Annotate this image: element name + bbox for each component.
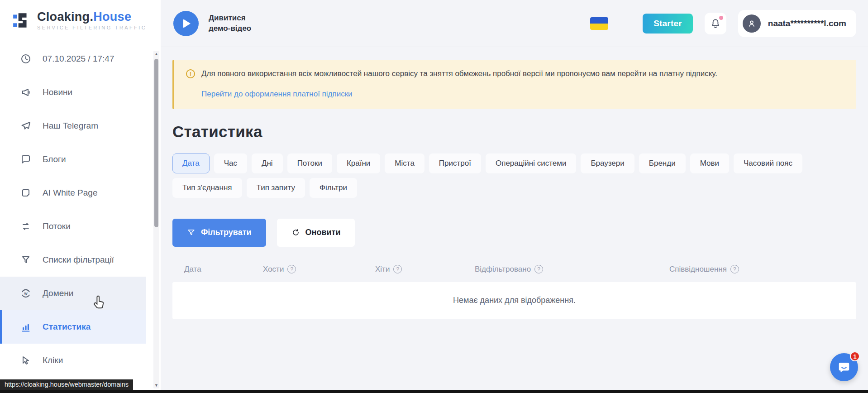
warning-icon: ! bbox=[186, 69, 195, 78]
sidebar-item-blogs[interactable]: Блоги bbox=[0, 143, 146, 176]
blog-chat-icon bbox=[20, 153, 32, 165]
user-email: naata**********l.com bbox=[768, 19, 846, 29]
sidebar-item-label: 07.10.2025 / 17:47 bbox=[43, 54, 114, 64]
help-icon[interactable]: ? bbox=[730, 265, 739, 273]
sidebar-item-label: Блоги bbox=[43, 154, 66, 164]
funnel-icon bbox=[187, 228, 196, 237]
sidebar-item-clicks[interactable]: Кліки bbox=[0, 344, 146, 377]
tab-browsers[interactable]: Браузери bbox=[581, 153, 634, 173]
page-icon bbox=[20, 187, 32, 199]
filter-tabs-row1: Дата Час Дні Потоки Країни Міста Пристро… bbox=[172, 153, 856, 173]
help-icon[interactable]: ? bbox=[287, 265, 296, 273]
column-header-hits: Хіти? bbox=[375, 265, 475, 274]
tab-streams[interactable]: Потоки bbox=[287, 153, 332, 173]
stats-table-header: Дата Хости? Хіти? Відфільтровано? Співві… bbox=[172, 265, 856, 274]
sidebar-item-filter-lists[interactable]: Списки фільтрації bbox=[0, 243, 146, 277]
refresh-button[interactable]: Оновити bbox=[277, 219, 355, 247]
user-avatar-icon bbox=[743, 14, 761, 33]
funnel-icon bbox=[20, 254, 32, 266]
tab-connection-type[interactable]: Тип з'єднання bbox=[172, 178, 242, 198]
tab-languages[interactable]: Мови bbox=[690, 153, 729, 173]
notification-dot bbox=[719, 16, 723, 20]
brand-logo[interactable]: Cloaking.House SERVICE FILTERING TRAFFIC bbox=[0, 0, 161, 30]
sidebar-item-label: AI White Page bbox=[43, 188, 97, 198]
domains-icon: w bbox=[20, 288, 32, 299]
column-header-ratio: Співвідношення? bbox=[669, 265, 739, 274]
sidebar-item-label: Наш Telegram bbox=[43, 121, 98, 131]
empty-state-card: Немає даних для відображення. bbox=[172, 282, 856, 319]
tab-brands[interactable]: Бренди bbox=[639, 153, 686, 173]
scroll-down-icon[interactable]: ▼ bbox=[153, 382, 159, 388]
sidebar-item-label: Статистика bbox=[43, 322, 91, 332]
sidebar-item-streams[interactable]: Потоки bbox=[0, 210, 146, 243]
brand-tagline: SERVICE FILTERING TRAFFIC bbox=[37, 25, 147, 30]
sidebar-item-label: Потоки bbox=[43, 221, 71, 231]
chat-unread-badge: 1 bbox=[850, 351, 860, 361]
filter-tabs-row2: Тип з'єднання Тип запиту Фільтри bbox=[172, 178, 856, 198]
megaphone-icon bbox=[20, 86, 32, 98]
bar-chart-icon bbox=[20, 321, 32, 333]
sidebar-item-statistics[interactable]: Статистика bbox=[0, 310, 146, 344]
column-header-hosts: Хости? bbox=[263, 265, 375, 274]
demo-video-label[interactable]: Дивитися демо-відео bbox=[209, 13, 251, 33]
sidebar-menu: 07.10.2025 / 17:47 Новини Наш Telegram Б… bbox=[0, 42, 161, 377]
sidebar-item-label: Кліки bbox=[43, 355, 63, 365]
window-bottom-edge bbox=[0, 390, 868, 393]
refresh-icon bbox=[291, 228, 300, 237]
page-title: Статистика bbox=[172, 123, 856, 141]
column-header-date: Дата bbox=[184, 265, 263, 274]
tab-date[interactable]: Дата bbox=[172, 153, 210, 173]
telegram-icon bbox=[20, 120, 32, 132]
sidebar-item-telegram[interactable]: Наш Telegram bbox=[0, 109, 146, 143]
sidebar-item-label: Списки фільтрації bbox=[43, 255, 114, 265]
plan-starter-button[interactable]: Starter bbox=[643, 14, 693, 34]
sidebar-scrollbar[interactable]: ▲ ▼ bbox=[153, 51, 159, 388]
column-header-filtered: Відфільтровано? bbox=[475, 265, 669, 274]
sidebar-item-ai-white-page[interactable]: AI White Page bbox=[0, 176, 146, 210]
scrollbar-thumb[interactable] bbox=[154, 59, 158, 227]
sidebar-item-datetime: 07.10.2025 / 17:47 bbox=[0, 42, 146, 76]
sidebar-item-domains[interactable]: w Домени bbox=[0, 277, 146, 310]
sidebar-item-news[interactable]: Новини bbox=[0, 76, 146, 109]
play-icon bbox=[183, 19, 191, 28]
sidebar-item-label: Новини bbox=[43, 87, 72, 97]
user-account-button[interactable]: naata**********l.com bbox=[738, 10, 856, 37]
chat-icon bbox=[837, 360, 851, 374]
empty-state-text: Немає даних для відображення. bbox=[453, 296, 576, 305]
cursor-arrow-icon bbox=[20, 355, 32, 366]
chat-launcher-button[interactable]: 1 bbox=[830, 353, 858, 381]
link-status-bar: https://cloaking.house/webmaster/domains bbox=[0, 379, 133, 390]
sidebar-item-label: Домени bbox=[43, 288, 73, 298]
notifications-button[interactable] bbox=[705, 13, 726, 34]
subscription-link[interactable]: Перейти до оформлення платної підписки bbox=[201, 90, 353, 99]
tab-cities[interactable]: Міста bbox=[385, 153, 424, 173]
streams-icon bbox=[20, 220, 32, 232]
filter-button[interactable]: Фільтрувати bbox=[172, 219, 266, 247]
content: ! Для повного використання всіх можливос… bbox=[161, 47, 868, 393]
tab-days[interactable]: Дні bbox=[252, 153, 283, 173]
tab-devices[interactable]: Пристрої bbox=[429, 153, 481, 173]
tab-time[interactable]: Час bbox=[214, 153, 247, 173]
app-window: Cloaking.House SERVICE FILTERING TRAFFIC… bbox=[0, 0, 868, 393]
topbar: Дивитися демо-відео Starter naata*******… bbox=[161, 0, 868, 47]
tab-countries[interactable]: Країни bbox=[337, 153, 380, 173]
trial-warning-banner: ! Для повного використання всіх можливос… bbox=[172, 60, 856, 109]
actions-row: Фільтрувати Оновити bbox=[172, 219, 856, 247]
help-icon[interactable]: ? bbox=[534, 265, 543, 273]
tab-timezone[interactable]: Часовий пояс bbox=[734, 153, 802, 173]
tab-filters[interactable]: Фільтри bbox=[310, 178, 357, 198]
language-flag-ukraine[interactable] bbox=[590, 17, 608, 30]
play-demo-button[interactable] bbox=[173, 11, 199, 36]
main-area: Дивитися демо-відео Starter naata*******… bbox=[161, 0, 868, 393]
tab-request-type[interactable]: Тип запиту bbox=[247, 178, 305, 198]
brand-name: Cloaking.House SERVICE FILTERING TRAFFIC bbox=[37, 10, 147, 30]
scroll-up-icon[interactable]: ▲ bbox=[153, 51, 159, 57]
brand-logo-icon bbox=[12, 11, 31, 30]
tab-operating-systems[interactable]: Операційні системи bbox=[486, 153, 576, 173]
clock-icon bbox=[20, 53, 32, 65]
svg-text:w: w bbox=[24, 291, 28, 296]
banner-text: Для повного використання всіх можливосте… bbox=[201, 68, 717, 80]
sidebar: Cloaking.House SERVICE FILTERING TRAFFIC… bbox=[0, 0, 161, 393]
help-icon[interactable]: ? bbox=[393, 265, 402, 273]
